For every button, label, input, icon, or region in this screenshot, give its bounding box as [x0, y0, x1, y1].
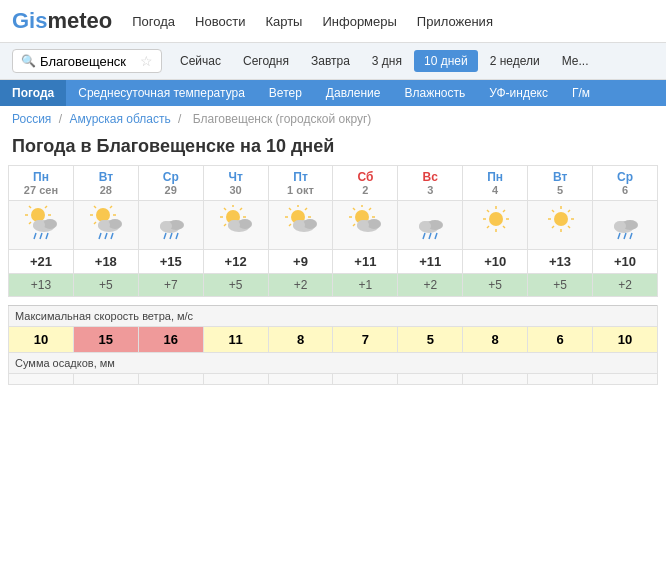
search-input[interactable] [40, 54, 140, 69]
breadcrumb: Россия / Амурская область / Благовещенск… [0, 106, 666, 132]
subnav-pogoda[interactable]: Погода [0, 80, 66, 106]
svg-line-85 [503, 210, 505, 212]
temp-high-5: +11 [333, 250, 398, 274]
svg-line-29 [111, 233, 113, 239]
nav-novosti[interactable]: Новости [195, 14, 245, 29]
precip-val-6 [398, 374, 463, 385]
svg-line-77 [435, 233, 437, 239]
header: Gismeteo Погода Новости Карты Информеры … [0, 0, 666, 43]
subnav-veter[interactable]: Ветер [257, 80, 314, 106]
svg-line-83 [487, 210, 489, 212]
wind-val-7: 8 [463, 327, 528, 353]
temp-low-5: +1 [333, 274, 398, 297]
svg-line-7 [45, 206, 47, 208]
day-date-6: 3 [400, 184, 460, 196]
nav-pogoda[interactable]: Погода [132, 14, 175, 29]
svg-point-10 [43, 219, 57, 229]
day-date-7: 4 [465, 184, 525, 196]
nav-prilogenia[interactable]: Приложения [417, 14, 493, 29]
precip-val-7 [463, 374, 528, 385]
svg-line-68 [353, 224, 355, 226]
tab-segodnya[interactable]: Сегодня [233, 50, 299, 72]
svg-line-23 [94, 222, 96, 224]
temp-low-1: +5 [73, 274, 138, 297]
weather-icon-cell-4 [268, 201, 333, 250]
weather-icon-cell-7 [463, 201, 528, 250]
svg-line-34 [170, 233, 172, 239]
subnav-uf[interactable]: УФ-индекс [477, 80, 560, 106]
svg-line-8 [29, 222, 31, 224]
tab-2nedeli[interactable]: 2 недели [480, 50, 550, 72]
svg-line-75 [423, 233, 425, 239]
time-tabs: Сейчас Сегодня Завтра 3 дня 10 дней 2 не… [170, 50, 599, 72]
temp-low-3: +5 [203, 274, 268, 297]
day-name-6: Вс [400, 170, 460, 184]
precip-val-1 [73, 374, 138, 385]
day-date-0: 27 сен [11, 184, 71, 196]
svg-point-46 [238, 219, 252, 229]
day-date-5: 2 [335, 184, 395, 196]
temp-low-4: +2 [268, 274, 333, 297]
svg-line-92 [552, 210, 554, 212]
subnav-temp[interactable]: Среднесуточная температура [66, 80, 257, 106]
day-header-0: Пн 27 сен [9, 166, 74, 201]
day-header-2: Ср 29 [138, 166, 203, 201]
svg-line-13 [40, 233, 42, 239]
svg-line-55 [305, 208, 307, 210]
temp-high-2: +15 [138, 250, 203, 274]
search-input-wrap: 🔍 ☆ [12, 49, 162, 73]
search-icon: 🔍 [21, 54, 36, 68]
svg-line-53 [289, 208, 291, 210]
tab-me[interactable]: Ме... [552, 50, 599, 72]
wind-val-5: 7 [333, 327, 398, 353]
logo[interactable]: Gismeteo [12, 8, 112, 34]
day-date-1: 28 [76, 184, 136, 196]
temp-high-1: +18 [73, 250, 138, 274]
day-date-2: 29 [141, 184, 201, 196]
svg-line-100 [624, 233, 626, 239]
svg-line-28 [105, 233, 107, 239]
weather-icon-cell-9 [593, 201, 658, 250]
svg-line-33 [164, 233, 166, 239]
subnav-davlenie[interactable]: Давление [314, 80, 393, 106]
weather-icon-cell-6 [398, 201, 463, 250]
svg-point-87 [554, 212, 568, 226]
tab-10dney[interactable]: 10 дней [414, 50, 478, 72]
day-name-3: Чт [206, 170, 266, 184]
nav-informery[interactable]: Информеры [322, 14, 396, 29]
temp-low-9: +2 [593, 274, 658, 297]
logo-meteo: meteo [47, 8, 112, 33]
temp-low-6: +2 [398, 274, 463, 297]
svg-line-12 [34, 233, 36, 239]
day-name-2: Ср [141, 170, 201, 184]
svg-point-58 [303, 219, 317, 229]
day-header-8: Вт 5 [528, 166, 593, 201]
subnav-gm[interactable]: Г/м [560, 80, 602, 106]
day-date-8: 5 [530, 184, 590, 196]
day-header-3: Чт 30 [203, 166, 268, 201]
temp-high-9: +10 [593, 250, 658, 274]
favorite-star-icon[interactable]: ☆ [140, 53, 153, 69]
svg-line-93 [568, 226, 570, 228]
logo-gis: Gis [12, 8, 47, 33]
day-name-4: Пт [271, 170, 331, 184]
page-title: Погода в Благовещенске на 10 дней [0, 132, 666, 165]
svg-line-67 [369, 208, 371, 210]
tab-3dnya[interactable]: 3 дня [362, 50, 412, 72]
breadcrumb-region[interactable]: Амурская область [69, 112, 170, 126]
tab-zavtra[interactable]: Завтра [301, 50, 360, 72]
precip-val-3 [203, 374, 268, 385]
day-name-9: Ср [595, 170, 655, 184]
breadcrumb-russia[interactable]: Россия [12, 112, 51, 126]
day-header-1: Вт 28 [73, 166, 138, 201]
svg-point-47 [228, 220, 240, 230]
weather-icon-cell-1 [73, 201, 138, 250]
tab-seychas[interactable]: Сейчас [170, 50, 231, 72]
wind-val-2: 16 [138, 327, 203, 353]
temp-high-3: +12 [203, 250, 268, 274]
subnav-vlazhnost[interactable]: Влажность [392, 80, 477, 106]
nav-karty[interactable]: Карты [265, 14, 302, 29]
day-header-5: Сб 2 [333, 166, 398, 201]
temp-high-7: +10 [463, 250, 528, 274]
svg-line-95 [552, 226, 554, 228]
